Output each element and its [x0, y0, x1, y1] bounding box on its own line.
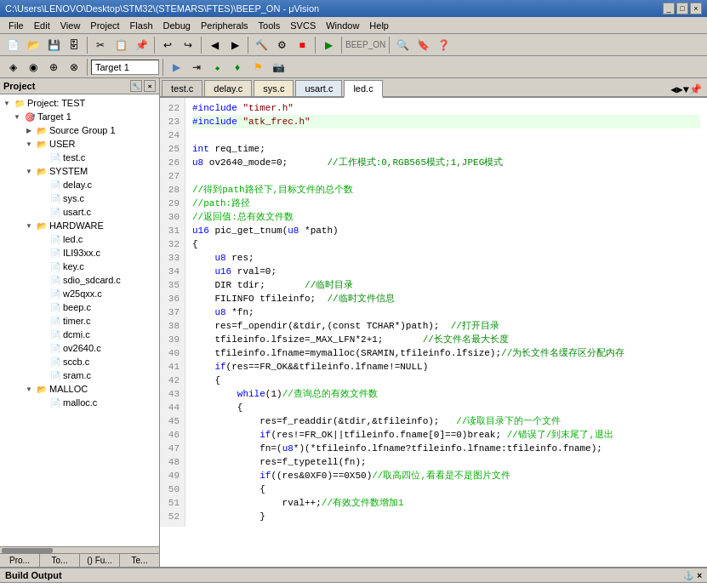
panel-close-icon[interactable]: ×	[144, 80, 156, 92]
tree-beep-c[interactable]: 📄 beep.c	[0, 300, 159, 314]
tree-hardware-folder[interactable]: 📂 HARDWARE	[0, 219, 159, 232]
tree-delay-c[interactable]: 📄 delay.c	[0, 178, 159, 191]
window-controls[interactable]: _ □ ×	[663, 3, 702, 14]
build-close-icon[interactable]: ×	[697, 571, 702, 580]
tree-ili93xx-c[interactable]: 📄 ILI93xx.c	[0, 246, 159, 260]
help-button[interactable]: ❓	[434, 36, 453, 54]
delay-c-label: delay.c	[63, 180, 92, 190]
menu-project[interactable]: Project	[85, 19, 124, 32]
tab-menu-arrow[interactable]: ▼	[683, 84, 689, 96]
diamond-btn[interactable]: ♦	[228, 58, 247, 77]
paste-button[interactable]: 📌	[132, 36, 151, 54]
project-btn2[interactable]: ◉	[24, 58, 43, 77]
tree-dcmi-c[interactable]: 📄 dcmi.c	[0, 328, 159, 341]
tab-te[interactable]: Te...	[120, 554, 159, 567]
code-line-22: #include "timer.h"	[192, 103, 294, 113]
menu-tools[interactable]: Tools	[254, 19, 286, 32]
build-output-header: Build Output ⚓ ×	[0, 568, 707, 583]
nav-fwd-button[interactable]: ▶	[225, 36, 244, 54]
tree-test-c[interactable]: 📄 test.c	[0, 151, 159, 164]
tab-sys-c[interactable]: sys.c	[254, 80, 294, 96]
menu-window[interactable]: Window	[321, 19, 364, 32]
tree-sdio-c[interactable]: 📄 sdio_sdcard.c	[0, 273, 159, 287]
tab-usart-c[interactable]: usart.c	[295, 80, 342, 96]
nav-back-button[interactable]: ◀	[205, 36, 224, 54]
tree-key-c[interactable]: 📄 key.c	[0, 260, 159, 273]
tree-source-group1[interactable]: 📂 Source Group 1	[0, 123, 159, 137]
toolbar-1: 📄 📂 💾 🗄 ✂ 📋 📌 ↩ ↪ ◀ ▶ 🔨 ⚙ ■ ▶ BEEP_ON 🔍 …	[0, 34, 707, 56]
malloc-folder-icon: 📂	[36, 383, 48, 395]
menu-flash[interactable]: Flash	[125, 19, 158, 32]
build-anchor-icon[interactable]: ⚓	[683, 571, 693, 580]
tab-right-arrow[interactable]: ▶	[677, 83, 683, 96]
panel-icon-1[interactable]: 🔧	[130, 80, 142, 92]
step-btn[interactable]: ⇥	[187, 58, 206, 77]
code-line-26: u8 ov2640_mode=0; //工作模式:0,RGB565模式;1,JP…	[192, 157, 503, 168]
find-button[interactable]: 🔍	[393, 36, 412, 54]
tree-w25qxx-c[interactable]: 📄 w25qxx.c	[0, 287, 159, 300]
save-all-button[interactable]: 🗄	[65, 36, 83, 54]
tree-ov2640-c[interactable]: 📄 ov2640.c	[0, 341, 159, 355]
build-all-button[interactable]: ⚙	[272, 36, 291, 54]
new-file-button[interactable]: 📄	[3, 36, 22, 54]
maximize-button[interactable]: □	[676, 3, 688, 14]
run-btn[interactable]: ▶	[167, 58, 185, 77]
menu-debug[interactable]: Debug	[158, 19, 196, 32]
build-header-icons: ⚓ ×	[683, 571, 702, 580]
menu-view[interactable]: View	[55, 19, 86, 32]
menu-edit[interactable]: Edit	[29, 19, 55, 32]
tab-fu[interactable]: () Fu...	[80, 554, 120, 567]
project-btn1[interactable]: ◈	[3, 58, 22, 77]
menu-file[interactable]: File	[3, 19, 29, 32]
open-file-button[interactable]: 📂	[24, 36, 43, 54]
project-scroll-bar[interactable]	[0, 546, 159, 553]
menu-peripherals[interactable]: Peripherals	[196, 19, 254, 32]
tree-malloc-c[interactable]: 📄 malloc.c	[0, 396, 159, 409]
tree-sccb-c[interactable]: 📄 sccb.c	[0, 355, 159, 368]
sep-4	[248, 37, 248, 54]
camera-btn[interactable]: 📷	[269, 58, 288, 77]
tree-malloc-folder[interactable]: 📂 MALLOC	[0, 382, 159, 396]
tab-to[interactable]: To...	[40, 554, 80, 567]
debug-button[interactable]: ▶	[319, 36, 338, 54]
tree-led-c[interactable]: 📄 led.c	[0, 232, 159, 246]
stop-button[interactable]: ■	[293, 36, 311, 54]
tree-sys-c[interactable]: 📄 sys.c	[0, 191, 159, 205]
tree-timer-c[interactable]: 📄 timer.c	[0, 314, 159, 328]
undo-button[interactable]: ↩	[158, 36, 177, 54]
save-button[interactable]: 💾	[44, 36, 63, 54]
build-button[interactable]: 🔨	[252, 36, 271, 54]
options-btn[interactable]: ⬥	[208, 58, 226, 77]
title-bar: C:\Users\LENOVO\Desktop\STM32\(STEMARS\F…	[0, 0, 707, 17]
tree-user-folder[interactable]: 📂 USER	[0, 137, 159, 151]
tree-system-folder[interactable]: 📂 SYSTEM	[0, 164, 159, 178]
project-btn4[interactable]: ⊗	[65, 58, 83, 77]
tree-sram-c[interactable]: 📄 sram.c	[0, 368, 159, 382]
project-scroll-thumb[interactable]	[2, 548, 53, 553]
tree-project-root[interactable]: 📁 Project: TEST	[0, 96, 159, 110]
project-panel-header: Project 🔧 ×	[0, 78, 159, 94]
bookmark-button[interactable]: 🔖	[413, 36, 432, 54]
tab-left-arrow[interactable]: ◀	[670, 83, 676, 96]
target-selector[interactable]: Target 1	[91, 60, 159, 75]
menu-help[interactable]: Help	[364, 19, 394, 32]
code-content[interactable]: #include "timer.h" #include "atk_frec.h"…	[185, 98, 707, 527]
tab-project[interactable]: Pro...	[0, 554, 40, 567]
minimize-button[interactable]: _	[663, 3, 675, 14]
redo-button[interactable]: ↪	[179, 36, 197, 54]
tree-usart-c[interactable]: 📄 usart.c	[0, 205, 159, 219]
tab-delay-c[interactable]: delay.c	[204, 80, 252, 96]
menu-svcs[interactable]: SVCS	[285, 19, 321, 32]
copy-button[interactable]: 📋	[111, 36, 130, 54]
tree-target1[interactable]: 🎯 Target 1	[0, 110, 159, 123]
flag-btn[interactable]: ⚑	[248, 58, 267, 77]
cut-button[interactable]: ✂	[91, 36, 110, 54]
tab-pin-icon[interactable]: 📌	[689, 83, 702, 96]
editor-content[interactable]: 2223242526 2728293031 3233343536 3738394…	[160, 98, 707, 567]
tab-led-c[interactable]: led.c	[344, 80, 382, 98]
tab-test-c[interactable]: test.c	[162, 80, 202, 96]
dcmi-c-label: dcmi.c	[63, 329, 90, 340]
expand-target-icon	[12, 111, 22, 122]
close-button[interactable]: ×	[690, 3, 702, 14]
project-btn3[interactable]: ⊕	[44, 58, 63, 77]
